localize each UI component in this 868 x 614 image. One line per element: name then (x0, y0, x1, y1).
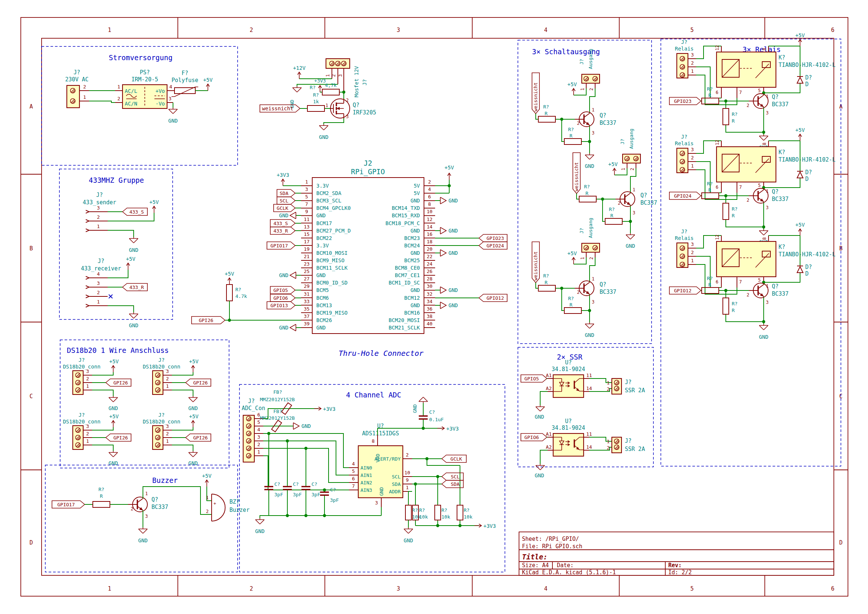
svg-text:10k: 10k (442, 514, 450, 520)
svg-text:MMZ2012Y152B: MMZ2012Y152B (260, 397, 295, 402)
base-resistor (93, 501, 110, 507)
pulldown-resistor (723, 203, 729, 219)
svg-text:J?: J? (681, 134, 688, 140)
svg-text:2: 2 (406, 452, 409, 458)
svg-text:R: R (610, 213, 613, 218)
svg-text:+3V3: +3V3 (277, 172, 289, 178)
svg-text:AIN0: AIN0 (361, 465, 372, 471)
svg-text:34.81-9024: 34.81-9024 (552, 424, 585, 431)
svg-text:10k: 10k (419, 514, 428, 520)
wires (89, 91, 115, 103)
svg-text:SDA: SDA (392, 481, 401, 487)
svg-text:GPIO24: GPIO24 (674, 193, 692, 199)
svg-text:2: 2 (577, 290, 580, 295)
svg-text:DS18b20_conn: DS18b20_conn (63, 419, 100, 425)
svg-text:11: 11 (304, 216, 310, 222)
svg-text:2: 2 (250, 27, 253, 33)
svg-text:3: 3 (766, 110, 769, 115)
svg-text:10: 10 (404, 470, 410, 476)
svg-text:4: 4 (257, 427, 260, 432)
svg-text:TIANBO-HJR-4102-L: TIANBO-HJR-4102-L (778, 251, 836, 258)
svg-text:GPIO17: GPIO17 (271, 243, 288, 249)
svg-text:3: 3 (592, 131, 594, 135)
svg-text:R: R (569, 133, 572, 138)
svg-text:24: 24 (426, 261, 432, 267)
conn-ref: J? (73, 69, 80, 76)
svg-text:BCM11_SCLK: BCM11_SCLK (316, 265, 348, 271)
svg-text:1: 1 (607, 439, 610, 444)
svg-text:GPIO5: GPIO5 (273, 288, 288, 293)
svg-text:+5V: +5V (795, 222, 805, 228)
svg-text:2: 2 (747, 103, 749, 108)
svg-text:36: 36 (426, 306, 432, 312)
section-ssr: 2× SSR U? 34.81-9024 A1 A2 11 14 GPIO5 G… (518, 347, 653, 479)
svg-text:BCM25: BCM25 (404, 257, 420, 263)
svg-text:R?: R? (236, 287, 241, 292)
schaltausgang-block: weissnicht R? R R? R 2 1 3 Q? BC337 1 2 … (573, 129, 657, 249)
svg-text:BCM2_SDA: BCM2_SDA (316, 190, 341, 196)
adc-filter-cap: C? 3pF (264, 481, 283, 497)
svg-text:1: 1 (86, 383, 89, 389)
svg-text:FB?: FB? (273, 389, 282, 395)
svg-text:15: 15 (304, 232, 310, 237)
svg-text:GND: GND (255, 528, 264, 534)
svg-text:2: 2 (630, 168, 635, 171)
svg-text:GND: GND (448, 250, 458, 256)
svg-text:7: 7 (352, 483, 355, 489)
svg-text:D: D (839, 539, 842, 546)
svg-text:1: 1 (257, 449, 260, 455)
svg-text:AIN2: AIN2 (361, 480, 372, 485)
svg-text:3: 3 (166, 368, 169, 374)
svg-text:U?: U? (565, 418, 572, 424)
svg-text:433_receiver: 433_receiver (81, 265, 121, 272)
svg-text:1: 1 (108, 27, 111, 33)
svg-text:GND: GND (411, 302, 420, 308)
q-ref: Q? (353, 102, 360, 109)
svg-text:+12V: +12V (293, 65, 305, 71)
svg-text:2: 2 (691, 250, 694, 255)
svg-text:weissnicht: weissnicht (533, 82, 538, 112)
section-buzzer: Buzzer GPIO17 R? R 2 1 3 Q? BC337 +5V 1 … (45, 465, 250, 572)
svg-text:8: 8 (372, 438, 375, 444)
svg-text:3pF: 3pF (330, 497, 339, 503)
svg-text:3: 3 (97, 205, 100, 211)
svg-text:Relais: Relais (675, 140, 694, 146)
svg-text:GND: GND (411, 287, 420, 293)
relais-block: J? Relais 3 2 1 12 8 6 7 5 K? TIANBO-HJR… (670, 222, 836, 340)
svg-text:DS18b20_conn: DS18b20_conn (143, 419, 180, 425)
svg-text:GPI26: GPI26 (193, 435, 208, 440)
svg-text:2: 2 (607, 445, 610, 451)
svg-text:BC337: BC337 (772, 291, 789, 297)
svg-text:BCM1_ID_SC: BCM1_ID_SC (389, 280, 420, 286)
svg-text:40: 40 (426, 321, 432, 326)
svg-text:TIANBO-HJR-4102-L: TIANBO-HJR-4102-L (778, 62, 836, 68)
svg-text:R?: R? (568, 296, 574, 301)
svg-text:+5V: +5V (149, 199, 159, 205)
svg-text:4: 4 (169, 84, 172, 90)
base-resistor (702, 288, 719, 294)
svg-text:GND: GND (108, 405, 118, 411)
svg-text:+5V: +5V (109, 413, 119, 420)
pulldown-resistor (564, 138, 581, 145)
base-resistor (538, 285, 555, 291)
svg-text:5V: 5V (414, 183, 420, 189)
svg-text:12: 12 (715, 140, 720, 145)
svg-text:GPIO23: GPIO23 (487, 235, 504, 241)
svg-text:3: 3 (691, 147, 694, 152)
svg-text:27: 27 (304, 276, 310, 281)
svg-text:2: 2 (607, 386, 610, 392)
resistor-1k (307, 106, 324, 112)
pulldown-resistor (723, 298, 729, 314)
svg-text:11: 11 (586, 373, 592, 378)
transistor-bc337 (749, 93, 768, 109)
svg-text:ADC_Con: ADC_Con (242, 405, 265, 412)
svg-text:3pF: 3pF (293, 492, 302, 497)
svg-text:GND: GND (411, 228, 420, 234)
svg-text:3: 3 (592, 299, 594, 305)
schaltausgang-block: weissnicht R? R R? R 2 1 3 Q? BC337 1 2 … (532, 218, 616, 338)
svg-text:Q?: Q? (600, 112, 606, 119)
svg-text:+5V: +5V (126, 256, 135, 262)
base-resistor (538, 116, 555, 122)
svg-text:5: 5 (690, 27, 693, 33)
svg-text:+5V: +5V (608, 161, 618, 167)
